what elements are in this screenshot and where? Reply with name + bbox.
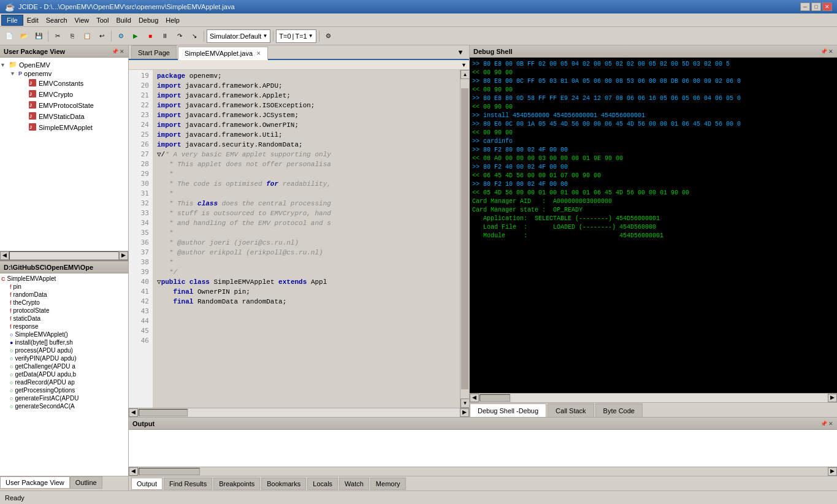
tab-byte-code[interactable]: Byte Code	[595, 403, 643, 417]
panel-pin-icon[interactable]: 📌	[112, 48, 118, 55]
tree-item-6[interactable]: JSimpleEMVApplet	[0, 122, 128, 133]
struct-item-7[interactable]: ○SimpleEMVApplet()	[0, 330, 128, 338]
struct-item-5[interactable]: fstaticData	[0, 315, 128, 323]
output-hscroll-left[interactable]: ◀	[129, 467, 138, 476]
tab-bookmarks[interactable]: Bookmarks	[261, 478, 306, 490]
tree-item-1[interactable]: ▼Popenemv	[0, 69, 128, 78]
tb-run[interactable]: ▶	[129, 29, 142, 43]
struct-item-0[interactable]: CSimpleEMVApplet	[0, 275, 128, 283]
output-pin-icon[interactable]: 📌	[820, 421, 827, 427]
close-button[interactable]: ✕	[822, 2, 832, 11]
editor-hscroll[interactable]: ◀ ▶	[129, 408, 469, 417]
tab-output[interactable]: Output	[131, 478, 162, 490]
output-hscroll[interactable]: ◀ ▶	[129, 467, 837, 476]
toolbar: 📄 📂 💾 ✂ ⎘ 📋 ↩ ⊙ ▶ ■ ⏸ ↷ ↘ Simulator:Defa…	[0, 27, 837, 45]
t0-dropdown[interactable]: T=0 | T=1 ▼	[276, 29, 316, 43]
debug-hscroll[interactable]: ◀ ▶	[470, 393, 837, 402]
nav-dropdown-icon[interactable]: ▼	[461, 62, 467, 68]
tab-dropdown-btn[interactable]: ▼	[454, 45, 467, 59]
output-hscroll-right[interactable]: ▶	[828, 467, 837, 476]
struct-item-11[interactable]: ○getChallenge(APDU a	[0, 362, 128, 370]
tree-item-3[interactable]: JEMVCrypto	[0, 89, 128, 100]
tab-call-stack[interactable]: Call Stack	[548, 403, 594, 417]
panel-close-icon[interactable]: ✕	[120, 48, 124, 55]
struct-item-8[interactable]: ●install(byte[] buffer,sh	[0, 338, 128, 346]
struct-item-1[interactable]: fpin	[0, 283, 128, 291]
tb-debug-icon[interactable]: ⊙	[114, 29, 128, 43]
vscroll-thumb[interactable]	[461, 88, 468, 389]
struct-item-15[interactable]: ○generateFirstAC(APDU	[0, 394, 128, 402]
tab-locals[interactable]: Locals	[307, 478, 338, 490]
struct-item-12[interactable]: ○getData(APDU apdu,b	[0, 370, 128, 378]
tb-copy[interactable]: ⎘	[66, 29, 79, 43]
output-hscroll-thumb[interactable]	[139, 468, 200, 475]
debug-hscroll-left[interactable]: ◀	[470, 394, 479, 402]
struct-item-6[interactable]: fresponse	[0, 323, 128, 330]
struct-item-13[interactable]: ○readRecord(APDU ap	[0, 378, 128, 386]
struct-item-3[interactable]: ftheCrypto	[0, 299, 128, 307]
menu-search[interactable]: Search	[42, 15, 71, 25]
editor-hscroll-left[interactable]: ◀	[129, 408, 138, 417]
left-hscroll[interactable]: ◀ ▶	[0, 251, 128, 260]
minimize-button[interactable]: ─	[800, 2, 810, 11]
editor-hscroll-right[interactable]: ▶	[460, 408, 469, 417]
output-close-icon[interactable]: ✕	[828, 421, 833, 427]
struct-item-4[interactable]: fprotocolState	[0, 307, 128, 315]
menu-file[interactable]: File	[1, 15, 23, 26]
struct-item-16[interactable]: ○generateSecondAC(A	[0, 402, 128, 410]
menu-help[interactable]: Help	[162, 15, 183, 25]
menu-tool[interactable]: Tool	[93, 15, 112, 25]
tab-user-package-view[interactable]: User Package View	[0, 476, 70, 489]
struct-item-10[interactable]: ○verifyPIN(APDU apdu)	[0, 354, 128, 362]
debug-output: >> 80 E8 00 0B FF 02 00 05 04 02 00 05 0…	[470, 58, 837, 393]
vscroll-up[interactable]: ▲	[461, 70, 469, 79]
menu-edit[interactable]: Edit	[23, 15, 42, 25]
tree-item-4[interactable]: JEMVProtocolState	[0, 100, 128, 111]
debug-pin-icon[interactable]: 📌	[820, 48, 827, 55]
structure-tree[interactable]: CSimpleEMVAppletfpinfrandomDataftheCrypt…	[0, 273, 128, 476]
debug-close-icon[interactable]: ✕	[828, 48, 833, 55]
tb-settings[interactable]: ⚙	[322, 29, 335, 43]
hscroll-right-btn[interactable]: ▶	[119, 251, 128, 260]
tab-debug-shell[interactable]: Debug Shell -Debug	[470, 403, 546, 417]
tab-breakpoints[interactable]: Breakpoints	[213, 478, 260, 490]
debug-hscroll-right[interactable]: ▶	[828, 394, 837, 402]
tb-open[interactable]: 📂	[17, 29, 31, 43]
tb-cut[interactable]: ✂	[51, 29, 64, 43]
tb-save[interactable]: 💾	[32, 29, 45, 43]
maximize-button[interactable]: □	[811, 2, 821, 11]
tab-watch[interactable]: Watch	[339, 478, 369, 490]
menu-build[interactable]: Build	[112, 15, 134, 25]
tab-memory[interactable]: Memory	[370, 478, 406, 490]
tab-outline[interactable]: Outline	[70, 476, 102, 489]
tb-step-over[interactable]: ↷	[173, 29, 186, 43]
tree-item-0[interactable]: ▼📁OpenEMV	[0, 60, 128, 69]
tb-stop[interactable]: ■	[143, 29, 157, 43]
status-bar: Ready	[0, 491, 837, 504]
tab-start-page[interactable]: Start Page	[131, 45, 177, 59]
tab-close-icon[interactable]: ✕	[256, 50, 261, 56]
tab-find-results[interactable]: Find Results	[164, 478, 212, 490]
code-editor[interactable]: package openemv;import javacard.framewor…	[153, 70, 460, 408]
tab-simple-emv[interactable]: SimpleEMVApplet.java ✕	[178, 47, 268, 60]
vscroll-down[interactable]: ▼	[461, 399, 469, 408]
tree-item-2[interactable]: JEMVConstants	[0, 78, 128, 89]
tb-step-in[interactable]: ↘	[188, 29, 201, 43]
tb-new[interactable]: 📄	[2, 29, 16, 43]
hscroll-left-btn[interactable]: ◀	[0, 251, 9, 260]
menu-view[interactable]: View	[71, 15, 93, 25]
tree-item-5[interactable]: JEMVStaticData	[0, 111, 128, 122]
menu-debug[interactable]: Debug	[135, 15, 162, 25]
tb-paste[interactable]: 📋	[80, 29, 94, 43]
struct-item-2[interactable]: frandomData	[0, 291, 128, 299]
debug-hscroll-thumb[interactable]	[480, 394, 510, 402]
hscroll-track[interactable]	[9, 251, 119, 260]
simulator-dropdown[interactable]: Simulator:Default ▼	[207, 29, 270, 43]
editor-hscroll-thumb[interactable]	[139, 409, 188, 416]
tb-undo[interactable]: ↩	[95, 29, 109, 43]
package-tree[interactable]: ▼📁OpenEMV▼PopenemvJEMVConstantsJEMVCrypt…	[0, 58, 128, 251]
tb-pause[interactable]: ⏸	[158, 29, 172, 43]
editor-vscroll[interactable]: ▲ ▼	[460, 70, 469, 408]
struct-item-14[interactable]: ○getProcessingOptions	[0, 386, 128, 394]
struct-item-9[interactable]: ○process(APDU apdu)	[0, 346, 128, 354]
